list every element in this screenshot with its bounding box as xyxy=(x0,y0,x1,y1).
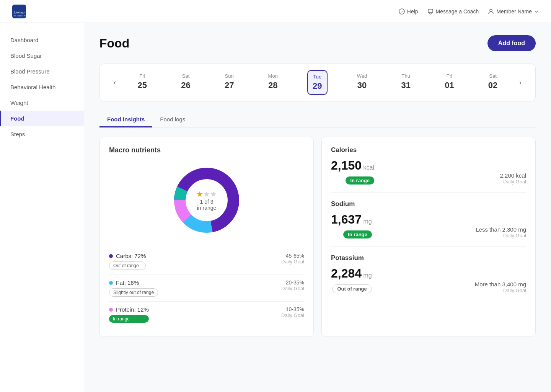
stat-number: 1,637 mg xyxy=(331,212,372,227)
cal-day-num: 30 xyxy=(357,80,367,90)
livongo-logo-icon: L ivongo by Teladoc Health xyxy=(12,5,26,18)
stat-goal-label: Daily Goal xyxy=(475,287,526,293)
calendar-day-31[interactable]: Thu 31 xyxy=(396,70,415,95)
sidebar-item-food[interactable]: Food xyxy=(0,111,84,126)
stats-card: Calories 2,150 kcal In range 2,200 kcal … xyxy=(321,137,536,337)
chevron-down-icon xyxy=(534,9,539,14)
stat-number: 2,284 mg xyxy=(331,266,372,281)
cal-day-num: 27 xyxy=(225,80,234,90)
page-title: Food xyxy=(99,36,129,51)
calendar-next-button[interactable]: › xyxy=(515,77,526,88)
macro-item: Carbs: 72% Out of range 45-65% Daily Goa… xyxy=(109,248,304,274)
cal-day-name: Mon xyxy=(268,73,278,79)
macro-item-right: 20-35% Daily Goal xyxy=(281,279,304,291)
cal-day-num: 25 xyxy=(138,80,147,90)
stat-value: 2,150 kcal In range xyxy=(331,158,374,185)
macro-item-right: 45-65% Daily Goal xyxy=(281,253,304,265)
main-content: Food Add food ‹ Fri 25 Sat 26 Sun 27 Mon… xyxy=(84,23,551,392)
macro-dot xyxy=(109,308,113,312)
calendar: ‹ Fri 25 Sat 26 Sun 27 Mon 28 Tue 29 Wed… xyxy=(99,64,536,101)
stat-section-sodium: Sodium 1,637 mg In range Less than 2,300… xyxy=(331,193,526,247)
stat-goal-val: More than 3,400 mg xyxy=(475,281,526,287)
calendar-day-25[interactable]: Fri 25 xyxy=(133,70,152,95)
svg-text:?: ? xyxy=(401,10,403,14)
calendar-prev-button[interactable]: ‹ xyxy=(109,77,121,88)
calendar-day-29[interactable]: Tue 29 xyxy=(307,70,327,95)
message-icon xyxy=(427,8,434,15)
stat-label: Sodium xyxy=(331,200,526,208)
help-label: Help xyxy=(407,8,418,15)
stat-row: 2,284 mg Out of range More than 3,400 mg… xyxy=(331,266,526,293)
calendar-day-30[interactable]: Wed 30 xyxy=(352,70,372,95)
stat-badge: In range xyxy=(343,230,372,238)
logo: L ivongo by Teladoc Health xyxy=(12,5,26,18)
stat-goal-label: Daily Goal xyxy=(476,233,526,238)
svg-text:by Teladoc Health: by Teladoc Health xyxy=(14,14,26,16)
macro-title: Macro nutrients xyxy=(109,146,304,154)
stat-label: Calories xyxy=(331,146,526,154)
cal-day-name: Wed xyxy=(357,73,367,79)
user-icon xyxy=(488,8,494,15)
macro-item-left: Fat: 16% Slightly out of range xyxy=(109,279,158,297)
cal-day-num: 01 xyxy=(445,80,454,90)
sidebar-item-blood-pressure[interactable]: Blood Pressure xyxy=(0,64,84,79)
stat-goal: Less than 2,300 mg Daily Goal xyxy=(476,226,526,238)
calendar-day-02[interactable]: Sat 02 xyxy=(484,70,502,95)
page-header: Food Add food xyxy=(99,35,536,51)
macro-badge: Out of range xyxy=(109,261,146,270)
macro-item: Protein: 12% In range 10-35% Daily Goal xyxy=(109,301,304,327)
cal-day-name: Sat xyxy=(182,73,190,79)
calendar-day-27[interactable]: Sun 27 xyxy=(220,70,238,95)
macro-goal-label: Daily Goal xyxy=(281,259,304,265)
stat-number: 2,150 kcal xyxy=(331,158,374,173)
cal-day-name: Tue xyxy=(313,74,321,80)
member-name-label: Member Name xyxy=(496,8,532,15)
tab-food-logs[interactable]: Food logs xyxy=(152,112,193,127)
sidebar-item-steps[interactable]: Steps xyxy=(0,126,84,142)
calendar-day-26[interactable]: Sat 26 xyxy=(176,70,195,95)
add-food-button[interactable]: Add food xyxy=(487,35,536,51)
tabs: Food insightsFood logs xyxy=(99,112,536,127)
header-nav: ? Help Message a Coach Member Name xyxy=(399,8,539,15)
stat-badge: Out of range xyxy=(332,284,372,293)
stat-goal: More than 3,400 mg Daily Goal xyxy=(475,281,526,293)
sidebar-item-dashboard[interactable]: Dashboard xyxy=(0,32,84,48)
macro-goal-label: Daily Goal xyxy=(281,286,304,291)
macro-item-label: Carbs: 72% xyxy=(109,253,146,259)
stat-row: 1,637 mg In range Less than 2,300 mg Dai… xyxy=(331,212,526,238)
sidebar-item-behavioral-health[interactable]: Behavioral Health xyxy=(0,79,84,95)
macro-item-label: Fat: 16% xyxy=(109,279,158,286)
macro-badge: Slightly out of range xyxy=(109,288,158,297)
help-link[interactable]: ? Help xyxy=(399,8,418,15)
donut-stars: ★★★ xyxy=(196,189,217,199)
sidebar-item-blood-sugar[interactable]: Blood Sugar xyxy=(0,48,84,64)
cal-day-name: Sun xyxy=(225,73,234,79)
stat-goal: 2,200 kcal Daily Goal xyxy=(500,172,526,185)
stat-row: 2,150 kcal In range 2,200 kcal Daily Goa… xyxy=(331,158,526,185)
message-coach-link[interactable]: Message a Coach xyxy=(427,8,479,15)
cal-day-num: 29 xyxy=(313,81,322,91)
sidebar: Dashboard Blood Sugar Blood Pressure Beh… xyxy=(0,23,84,392)
donut-wrapper: ★★★ 1 of 3 in range xyxy=(168,162,245,238)
stat-goal-val: 2,200 kcal xyxy=(500,172,526,179)
macro-badge: In range xyxy=(109,315,149,323)
cal-day-name: Fri xyxy=(447,73,452,79)
macro-item-left: Protein: 12% In range xyxy=(109,306,149,323)
stat-section-calories: Calories 2,150 kcal In range 2,200 kcal … xyxy=(331,146,526,193)
sidebar-item-weight[interactable]: Weight xyxy=(0,95,84,111)
macro-item-name: Carbs: 72% xyxy=(116,253,146,259)
calendar-day-01[interactable]: Fri 01 xyxy=(440,70,458,95)
svg-text:ivongo: ivongo xyxy=(16,11,24,14)
tab-food-insights[interactable]: Food insights xyxy=(99,112,152,127)
cal-day-num: 28 xyxy=(268,80,277,90)
layout: Dashboard Blood Sugar Blood Pressure Beh… xyxy=(0,23,551,392)
macro-items: Carbs: 72% Out of range 45-65% Daily Goa… xyxy=(109,248,304,327)
macro-goal-val: 10-35% xyxy=(281,306,304,312)
macro-nutrients-card: Macro nutrients xyxy=(99,137,314,337)
macro-item: Fat: 16% Slightly out of range 20-35% Da… xyxy=(109,274,304,301)
member-name-link[interactable]: Member Name xyxy=(488,8,539,15)
calendar-day-28[interactable]: Mon 28 xyxy=(264,70,282,95)
macro-dot xyxy=(109,281,113,285)
content-grid: Macro nutrients xyxy=(99,137,536,337)
message-coach-label: Message a Coach xyxy=(436,8,479,15)
